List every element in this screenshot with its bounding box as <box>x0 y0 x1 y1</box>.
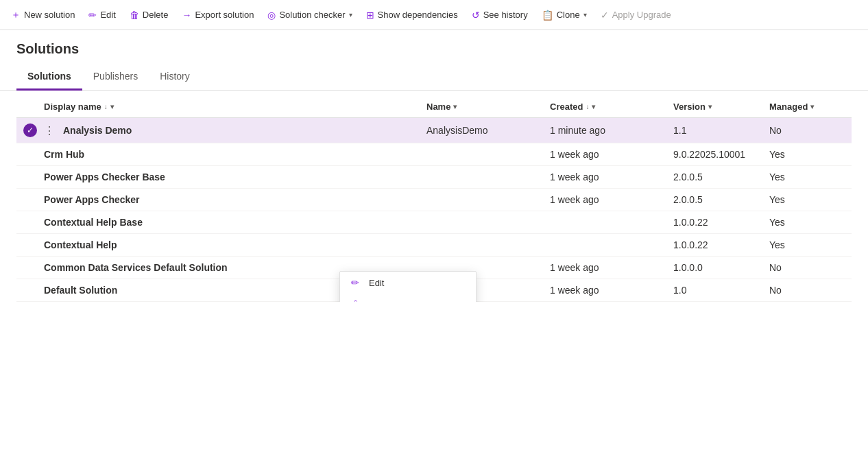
row-managed: Yes <box>769 149 852 160</box>
row-context-menu-icon[interactable]: ⋮ <box>44 124 55 137</box>
plus-icon: ＋ <box>11 9 21 21</box>
solution-checker-button[interactable]: ◎ Solution checker ▾ <box>262 7 357 23</box>
export-icon: → <box>182 10 191 21</box>
clone-button[interactable]: 📋 Clone ▾ <box>536 7 592 23</box>
row-display-name-cell: Power Apps Checker Base <box>44 172 426 182</box>
row-version: 1.0 <box>673 285 769 296</box>
table-row[interactable]: Crm Hub 1 week ago 9.0.22025.10001 Yes <box>16 143 852 166</box>
context-menu-edit[interactable]: ✏ Edit <box>340 272 476 294</box>
filter-icon: ▾ <box>592 103 595 110</box>
row-version: 1.0.0.22 <box>673 217 769 228</box>
row-created: 1 minute ago <box>550 125 673 136</box>
row-managed: No <box>769 125 852 136</box>
row-managed: Yes <box>769 239 852 250</box>
dependencies-icon: ⊞ <box>366 10 374 21</box>
page-header: Solutions <box>0 30 868 57</box>
see-history-button[interactable]: ↺ See history <box>466 7 533 23</box>
row-version: 1.0.0.0 <box>673 262 769 273</box>
row-version: 2.0.0.5 <box>673 194 769 205</box>
tab-publishers[interactable]: Publishers <box>82 65 149 91</box>
filter-icon: ▾ <box>110 103 114 110</box>
apply-upgrade-button[interactable]: ✓ Apply Upgrade <box>595 7 677 23</box>
show-dependencies-button[interactable]: ⊞ Show dependencies <box>361 7 463 23</box>
row-version: 1.0.0.22 <box>673 239 769 250</box>
chevron-down-icon: ▾ <box>349 11 352 19</box>
table-row[interactable]: Power Apps Checker Base 1 week ago 2.0.0… <box>16 166 852 189</box>
solution-checker-icon: ◎ <box>267 10 276 21</box>
row-display-name-cell: Power Apps Checker <box>44 194 426 205</box>
filter-icon: ▾ <box>810 103 814 110</box>
col-version[interactable]: Version ▾ <box>673 102 769 112</box>
edit-icon: ✏ <box>351 277 362 288</box>
row-name: AnalysisDemo <box>426 125 550 136</box>
row-managed: Yes <box>769 172 852 182</box>
edit-icon: ✏ <box>88 10 97 21</box>
edit-button[interactable]: ✏ Edit <box>83 7 121 23</box>
row-managed: No <box>769 262 852 273</box>
row-managed: No <box>769 285 852 296</box>
solutions-table: Display name ↓ ▾ Name ▾ Created ↓ ▾ Vers… <box>0 96 868 302</box>
tab-solutions[interactable]: Solutions <box>16 65 82 91</box>
context-menu-delete[interactable]: 🗑 Delete <box>340 294 476 302</box>
delete-icon: 🗑 <box>351 299 362 302</box>
row-display-name-cell: Crm Hub <box>44 149 426 160</box>
chevron-down-icon: ▾ <box>583 11 587 19</box>
row-display-name-cell: Contextual Help Base <box>44 217 426 228</box>
context-menu: ✏ Edit 🗑 Delete → Export solution ◎ Solu… <box>339 271 477 302</box>
row-created: 1 week ago <box>550 172 673 182</box>
row-display-name-cell: ⋮ Analysis Demo <box>44 124 426 137</box>
row-version: 2.0.0.5 <box>673 172 769 182</box>
page-title: Solutions <box>16 41 852 57</box>
row-managed: Yes <box>769 194 852 205</box>
table-row[interactable]: Power Apps Checker 1 week ago 2.0.0.5 Ye… <box>16 189 852 211</box>
clone-icon: 📋 <box>542 10 553 21</box>
filter-icon: ▾ <box>708 103 712 110</box>
history-icon: ↺ <box>472 10 480 21</box>
sort-icon: ↓ <box>586 103 589 110</box>
col-managed[interactable]: Managed ▾ <box>769 102 852 112</box>
checked-icon: ✓ <box>23 123 37 137</box>
new-solution-button[interactable]: ＋ New solution <box>5 6 80 24</box>
row-created: 1 week ago <box>550 149 673 160</box>
table-row[interactable]: ✓ ⋮ Analysis Demo AnalysisDemo 1 minute … <box>16 118 852 143</box>
col-created[interactable]: Created ↓ ▾ <box>550 102 673 112</box>
delete-icon: 🗑 <box>130 10 139 21</box>
row-created: 1 week ago <box>550 262 673 273</box>
export-solution-button[interactable]: → Export solution <box>176 7 259 23</box>
table-header-row: Display name ↓ ▾ Name ▾ Created ↓ ▾ Vers… <box>16 96 852 118</box>
row-version: 9.0.22025.10001 <box>673 149 769 160</box>
row-created: 1 week ago <box>550 285 673 296</box>
row-created: 1 week ago <box>550 194 673 205</box>
delete-button[interactable]: 🗑 Delete <box>124 7 174 23</box>
table-row[interactable]: Contextual Help Base 1.0.0.22 Yes <box>16 211 852 234</box>
table-row[interactable]: Contextual Help 1.0.0.22 Yes <box>16 234 852 257</box>
row-checkbox[interactable]: ✓ <box>16 123 44 137</box>
filter-icon: ▾ <box>453 103 457 110</box>
tab-history[interactable]: History <box>149 65 201 91</box>
row-managed: Yes <box>769 217 852 228</box>
row-version: 1.1 <box>673 125 769 136</box>
tab-bar: Solutions Publishers History <box>0 65 868 91</box>
col-name[interactable]: Name ▾ <box>426 102 550 112</box>
toolbar: ＋ New solution ✏ Edit 🗑 Delete → Export … <box>0 0 868 30</box>
upgrade-icon: ✓ <box>601 10 609 21</box>
row-display-name-cell: Contextual Help <box>44 239 426 250</box>
sort-icon: ↓ <box>104 103 108 110</box>
col-display-name[interactable]: Display name ↓ ▾ <box>44 102 426 112</box>
